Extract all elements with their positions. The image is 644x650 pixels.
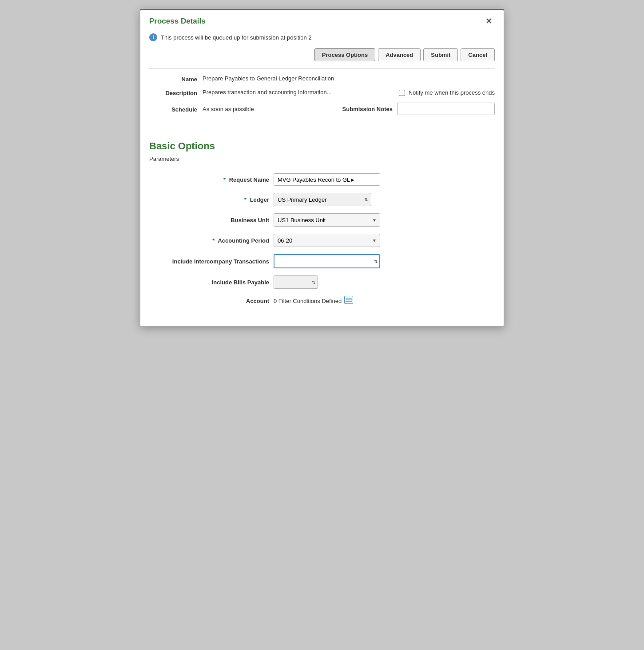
bills-payable-row: Include Bills Payable Yes No ⇅	[149, 275, 495, 289]
bills-payable-label: Include Bills Payable	[149, 279, 274, 286]
ledger-select-wrapper: US Primary Ledger ⇅	[274, 193, 371, 206]
required-star-ledger: *	[244, 196, 246, 203]
info-message: This process will be queued up for submi…	[161, 34, 312, 41]
required-star-period: *	[212, 237, 215, 244]
basic-options-section: Basic Options Parameters * Request Name …	[140, 140, 504, 326]
intercompany-select[interactable]: Yes No	[274, 254, 380, 268]
accounting-period-row: * Accounting Period 06-20 ▼	[149, 234, 495, 247]
account-value: 0 Filter Conditions Defined	[274, 298, 342, 304]
account-label: Account	[149, 298, 274, 304]
required-star-request: *	[223, 176, 226, 183]
ledger-select[interactable]: US Primary Ledger	[274, 193, 371, 206]
description-row: Description Prepares transaction and acc…	[149, 89, 495, 96]
notify-section: Notify me when this process ends	[399, 89, 495, 96]
info-bar: i This process will be queued up for sub…	[140, 31, 504, 47]
request-name-input[interactable]	[274, 173, 380, 186]
notify-label: Notify me when this process ends	[409, 89, 495, 96]
dialog-title: Process Details	[149, 17, 206, 26]
notify-checkbox[interactable]	[399, 90, 405, 96]
schedule-left: Schedule As soon as possible	[149, 105, 254, 113]
schedule-label: Schedule	[149, 105, 203, 113]
name-row: Name Prepare Payables to General Ledger …	[149, 75, 495, 83]
intercompany-select-wrapper: Yes No ⇅	[274, 254, 380, 268]
advanced-button[interactable]: Advanced	[378, 48, 421, 61]
ledger-row: * Ledger US Primary Ledger ⇅	[149, 193, 495, 206]
close-button[interactable]: ✕	[483, 16, 495, 26]
business-unit-row: Business Unit US1 Business Unit ▼	[149, 213, 495, 227]
name-label: Name	[149, 75, 203, 83]
basic-options-title: Basic Options	[149, 140, 495, 154]
bills-payable-select[interactable]: Yes No	[274, 275, 318, 289]
submission-notes-label: Submission Notes	[342, 106, 393, 112]
schedule-row: Schedule As soon as possible Submission …	[149, 103, 495, 115]
business-unit-select[interactable]: US1 Business Unit	[274, 213, 380, 227]
ledger-label: * Ledger	[149, 196, 274, 203]
submission-notes-input[interactable]	[397, 103, 495, 115]
intercompany-label: Include Intercompany Transactions	[149, 258, 274, 265]
name-value: Prepare Payables to General Ledger Recon…	[203, 75, 495, 82]
request-name-row: * Request Name	[149, 173, 495, 186]
accounting-period-select[interactable]: 06-20	[274, 234, 380, 247]
business-unit-label: Business Unit	[149, 217, 274, 223]
description-label: Description	[149, 89, 203, 96]
description-value: Prepares transaction and accounting info…	[203, 89, 332, 96]
intercompany-row: Include Intercompany Transactions Yes No…	[149, 254, 495, 268]
schedule-value: As soon as possible	[203, 106, 254, 112]
process-details-dialog: Process Details ✕ i This process will be…	[140, 9, 504, 327]
toolbar: Process Options Advanced Submit Cancel	[140, 47, 504, 68]
submit-button[interactable]: Submit	[423, 48, 458, 61]
parameters-subtitle: Parameters	[149, 156, 495, 166]
info-icon: i	[149, 33, 157, 41]
desc-left: Description Prepares transaction and acc…	[149, 89, 332, 96]
filter-icon[interactable]	[344, 296, 353, 306]
request-name-label: * Request Name	[149, 176, 274, 183]
bills-payable-select-wrapper: Yes No ⇅	[274, 275, 318, 289]
account-row: Account 0 Filter Conditions Defined	[149, 296, 495, 306]
process-options-button[interactable]: Process Options	[314, 48, 375, 61]
form-section: Name Prepare Payables to General Ledger …	[140, 75, 504, 133]
business-unit-select-wrapper: US1 Business Unit ▼	[274, 213, 380, 227]
dialog-header: Process Details ✕	[140, 10, 504, 31]
accounting-period-label: * Accounting Period	[149, 237, 274, 244]
cancel-button[interactable]: Cancel	[461, 48, 495, 61]
submission-notes-section: Submission Notes	[342, 103, 495, 115]
accounting-period-select-wrapper: 06-20 ▼	[274, 234, 380, 247]
